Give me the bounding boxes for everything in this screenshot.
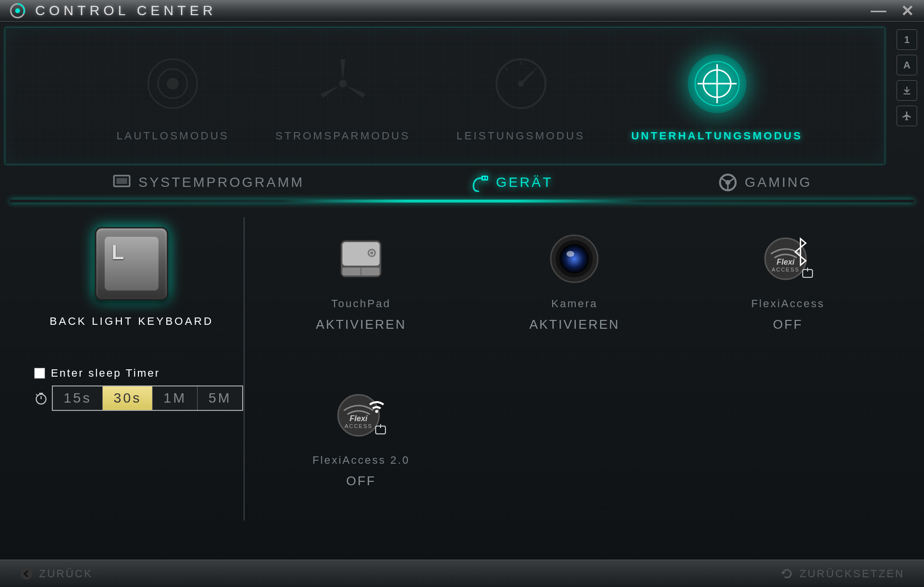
tab-device[interactable]: GERÄT (470, 173, 553, 192)
content: L BACK LIGHT KEYBOARD Enter sleep Timer … (0, 203, 924, 535)
target-icon (683, 49, 751, 118)
capslock-indicator: A (897, 55, 917, 75)
svg-point-52 (21, 568, 32, 580)
flexi-wifi-icon: Flexi ACCESS (329, 384, 393, 447)
svg-point-5 (339, 80, 347, 88)
backlight-keyboard-tile[interactable]: L BACK LIGHT KEYBOARD (34, 227, 229, 328)
device-flexiaccess[interactable]: Flexi ACCESS FlexiAccess OFF (691, 227, 885, 354)
svg-point-4 (167, 78, 179, 90)
app-logo-icon (10, 3, 25, 19)
tab-gaming[interactable]: GAMING (718, 173, 812, 192)
device-touchpad-status: AKTIVIEREN (316, 317, 406, 332)
tab-gaming-label: GAMING (744, 175, 812, 190)
svg-point-38 (566, 251, 574, 257)
titlebar: CONTROL CENTER — ✕ (0, 0, 924, 22)
svg-text:Flexi: Flexi (777, 258, 795, 266)
sleep-timer-5m[interactable]: 5M (198, 386, 242, 410)
right-panel: TouchPad AKTIVIEREN Kamera AKTIVIEREN (245, 217, 904, 520)
mode-quiet-label: Lautlosmodus (116, 130, 229, 142)
sleep-timer-1m[interactable]: 1M (153, 386, 198, 410)
svg-point-37 (560, 244, 589, 273)
plug-icon (470, 173, 489, 192)
side-indicators: 1 A (897, 29, 917, 126)
monitor-icon (112, 173, 132, 192)
svg-text:ACCESS: ACCESS (771, 267, 799, 272)
timer-icon (34, 391, 48, 405)
scrolllock-indicator (897, 80, 917, 101)
svg-line-9 (505, 68, 508, 70)
minimize-button[interactable]: — (871, 1, 886, 20)
tab-system-label: SYSTEMPROGRAMM (138, 175, 304, 190)
device-touchpad[interactable]: TouchPad AKTIVIEREN (264, 227, 458, 354)
touchpad-icon (329, 227, 393, 291)
back-label: ZURÜCK (39, 567, 93, 580)
left-panel: L BACK LIGHT KEYBOARD Enter sleep Timer … (20, 217, 245, 520)
device-camera-title: Kamera (551, 297, 598, 310)
svg-point-32 (370, 251, 373, 254)
svg-rect-17 (116, 178, 127, 184)
backlight-label: BACK LIGHT KEYBOARD (50, 315, 214, 328)
windmill-icon (309, 49, 377, 118)
app-title: CONTROL CENTER (35, 3, 217, 19)
device-flexiaccess2-status: OFF (346, 474, 376, 489)
mode-strip: Lautlosmodus Stromsparmodus Leistungsmod… (5, 27, 885, 164)
window-controls: — ✕ (871, 1, 914, 20)
svg-rect-19 (483, 177, 484, 179)
sleep-timer-segments: 15s 30s 1M 5M (52, 385, 243, 411)
sleep-timer-checkbox[interactable] (34, 368, 45, 379)
svg-rect-30 (342, 242, 380, 266)
svg-line-10 (534, 68, 537, 70)
device-camera-status: AKTIVIEREN (529, 317, 620, 332)
back-arrow-icon (20, 567, 33, 581)
svg-text:Flexi: Flexi (350, 414, 368, 423)
mode-quiet[interactable]: Lautlosmodus (116, 49, 229, 142)
speaker-icon (138, 49, 207, 118)
numlock-indicator: 1 (897, 29, 917, 50)
device-touchpad-title: TouchPad (331, 297, 391, 310)
sleep-timer-label: Enter sleep Timer (51, 367, 160, 380)
airplane-mode-indicator (897, 106, 917, 126)
footer: ZURÜCK ZURÜCKSETZEN (0, 560, 924, 587)
mode-performance-label: Leistungsmodus (456, 130, 585, 142)
wheel-icon (718, 173, 738, 192)
sleep-timer-section: Enter sleep Timer 15s 30s 1M 5M (34, 367, 229, 411)
reset-button[interactable]: ZURÜCKSETZEN (780, 567, 904, 581)
sleep-timer-30s[interactable]: 30s (103, 386, 153, 410)
back-button[interactable]: ZURÜCK (20, 567, 93, 581)
tab-bar: SYSTEMPROGRAMM GERÄT GAMING (0, 165, 924, 200)
reset-icon (780, 567, 794, 581)
svg-point-1 (15, 8, 20, 13)
device-flexiaccess2-title: FlexiAccess 2.0 (313, 454, 410, 467)
gauge-icon (487, 49, 555, 118)
flexi-bluetooth-icon: Flexi ACCESS (756, 227, 820, 291)
svg-rect-20 (486, 177, 487, 179)
camera-icon (542, 227, 606, 291)
svg-rect-18 (481, 176, 488, 181)
mode-powersave-label: Stromsparmodus (275, 130, 410, 142)
device-flexiaccess-status: OFF (773, 317, 803, 332)
device-flexiaccess-title: FlexiAccess (751, 297, 825, 310)
svg-point-7 (518, 81, 524, 87)
device-flexiaccess2[interactable]: Flexi ACCESS FlexiAccess 2.0 OFF (264, 384, 458, 511)
mode-entertainment-label: Unterhaltungsmodus (631, 130, 802, 142)
mode-powersave[interactable]: Stromsparmodus (275, 49, 410, 142)
device-camera[interactable]: Kamera AKTIVIEREN (477, 227, 671, 354)
mode-performance[interactable]: Leistungsmodus (456, 49, 585, 142)
keycap-icon: L (95, 227, 168, 300)
mode-entertainment[interactable]: Unterhaltungsmodus (631, 49, 802, 142)
tab-device-label: GERÄT (496, 175, 553, 190)
svg-text:ACCESS: ACCESS (345, 423, 373, 429)
tab-system[interactable]: SYSTEMPROGRAMM (112, 173, 304, 192)
sleep-timer-15s[interactable]: 15s (53, 386, 103, 410)
close-button[interactable]: ✕ (901, 1, 914, 20)
reset-label: ZURÜCKSETZEN (800, 567, 904, 580)
svg-point-48 (375, 410, 378, 413)
